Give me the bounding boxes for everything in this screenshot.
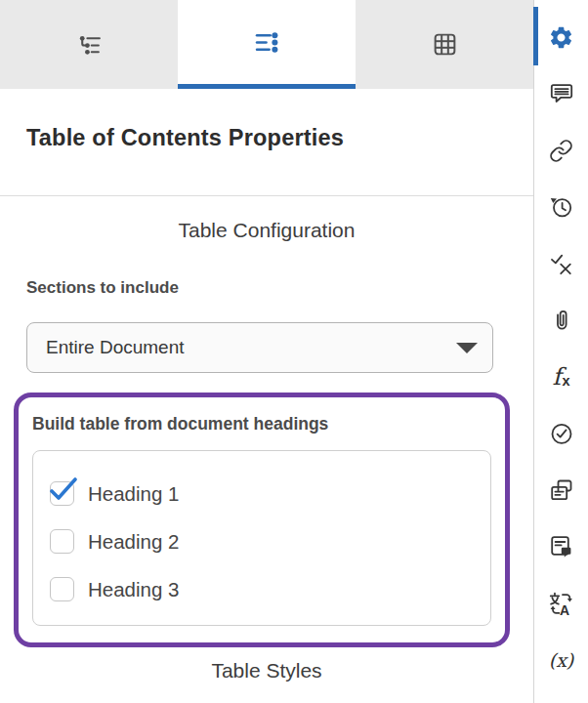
- toolbar-masters-button[interactable]: [534, 462, 588, 518]
- dropdown-selected-value: Entire Document: [46, 337, 185, 358]
- divider: [0, 195, 533, 196]
- bulleted-list-icon: [254, 29, 280, 56]
- toolbar-history-button[interactable]: [534, 179, 588, 235]
- outline-tree-icon: [76, 31, 103, 58]
- toolbar-fields-button[interactable]: fx: [534, 349, 588, 405]
- heading-1-checkbox[interactable]: [50, 481, 74, 506]
- chevron-down-icon: [456, 343, 478, 353]
- heading-1-label[interactable]: Heading 1: [88, 482, 179, 506]
- copies-icon: [549, 477, 574, 503]
- variables-icon: (x): [549, 649, 574, 671]
- svg-text:A: A: [560, 601, 569, 615]
- toolbar-tasks-button[interactable]: [534, 405, 588, 462]
- tab-list-properties[interactable]: [178, 0, 356, 89]
- gear-icon: [548, 24, 574, 51]
- document-comment-icon: [549, 534, 574, 559]
- toolbar-translate-button[interactable]: A: [534, 575, 588, 632]
- checkmark-icon: [48, 476, 79, 504]
- comment-icon: [549, 81, 574, 106]
- table-styles-section-title: Table Styles: [0, 659, 533, 682]
- circled-check-icon: [549, 421, 574, 446]
- heading-1-row: Heading 1: [50, 481, 490, 506]
- sections-to-include-dropdown[interactable]: Entire Document: [26, 322, 493, 373]
- function-fx-icon: fx: [553, 366, 570, 388]
- paperclip-icon: [549, 308, 574, 333]
- properties-panel: Table of Contents Properties Table Confi…: [0, 0, 533, 703]
- heading-options-box: Heading 1 Heading 2 Heading 3: [32, 450, 491, 626]
- toolbar-link-button[interactable]: [534, 122, 588, 179]
- page-title: Table of Contents Properties: [26, 125, 344, 151]
- toolbar-review-button[interactable]: [534, 235, 588, 292]
- heading-3-row: Heading 3: [50, 577, 490, 601]
- toolbar-attachments-button[interactable]: [534, 292, 588, 349]
- toolbar-document-comments-button[interactable]: [534, 518, 588, 575]
- translate-icon: A: [549, 592, 573, 616]
- toolbar-settings-button[interactable]: [534, 9, 588, 65]
- tab-table-properties[interactable]: [356, 0, 533, 89]
- tab-document-outline[interactable]: [0, 0, 178, 89]
- toolbar-variables-button[interactable]: (x): [534, 632, 588, 688]
- review-check-x-icon: [549, 251, 574, 276]
- heading-3-checkbox[interactable]: [50, 577, 74, 601]
- heading-2-row: Heading 2: [50, 529, 490, 554]
- sections-to-include-label: Sections to include: [26, 278, 179, 298]
- link-icon: [549, 139, 573, 163]
- heading-2-label[interactable]: Heading 2: [88, 530, 179, 554]
- heading-3-label[interactable]: Heading 3: [88, 578, 179, 601]
- table-configuration-section-title: Table Configuration: [0, 219, 533, 242]
- table-grid-icon: [432, 31, 458, 58]
- toolbar-comments-button[interactable]: [534, 65, 588, 122]
- heading-2-checkbox[interactable]: [50, 529, 74, 554]
- history-icon: [549, 194, 574, 220]
- build-table-group-label: Build table from document headings: [32, 414, 328, 434]
- panel-tab-bar: [0, 0, 533, 89]
- right-toolbar: fx: [533, 0, 588, 703]
